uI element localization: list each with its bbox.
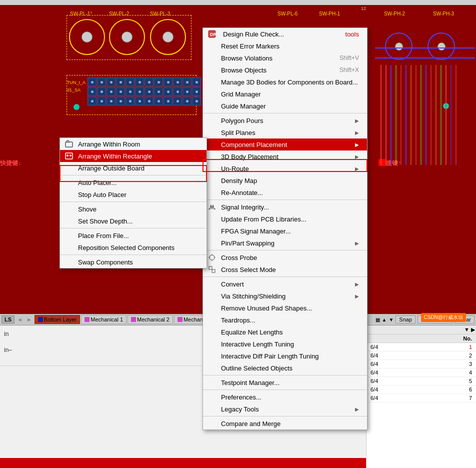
right-table-panel: ▼ ▶ No. 6/4 1 6/4 2 6/4 3 6/4 4 6/4 5 6/… <box>366 326 476 468</box>
yellow-box-1 <box>66 15 192 60</box>
input-label-in: in <box>4 330 8 338</box>
svg-point-18 <box>210 255 214 260</box>
mech2-color <box>131 317 136 322</box>
table-row-3: 6/4 3 <box>366 360 476 368</box>
menu-legacy-tools[interactable]: Legacy Tools ▶ <box>203 403 367 415</box>
menu-testpoint[interactable]: Testpoint Manager... <box>203 376 367 388</box>
submenu-place-from-file[interactable]: Place From File... <box>60 230 206 242</box>
arrange-rect-icon <box>64 151 74 161</box>
divider-4 <box>203 276 367 277</box>
menu-cross-select[interactable]: Cross Select Mode <box>203 264 367 276</box>
divider-2 <box>203 200 367 200</box>
menu-design-rule-check[interactable]: DRC Design Rule Check... tools <box>203 28 367 40</box>
comp-label-8: SW-PH-2 <box>384 11 405 16</box>
menu-manage-3d[interactable]: Manage 3D Bodies for Components on Board… <box>203 76 367 88</box>
comp-label-7: SW-PH-1 <box>319 11 340 16</box>
mini-grid <box>88 78 201 106</box>
svg-rect-27 <box>66 153 72 159</box>
tools-menu: DRC Design Rule Check... tools Reset Err… <box>202 28 368 430</box>
table-row-7: 6/4 7 <box>366 394 476 402</box>
sub-divider-1 <box>60 175 206 176</box>
sw-ph2-circle <box>385 32 412 60</box>
divider-6 <box>203 390 367 390</box>
pcb-traces-right <box>376 65 476 165</box>
d1-label: d1_SA <box>67 88 80 92</box>
sub-divider-2 <box>60 202 206 202</box>
toolbar-icon-2[interactable]: ▲ <box>382 317 387 322</box>
nav-right-icon[interactable]: ► <box>25 316 34 322</box>
crossselect-icon <box>207 264 217 274</box>
menu-unroute[interactable]: Un-Route ▶ <box>203 162 367 174</box>
submenu-swap-components[interactable]: Swap Components <box>60 256 206 268</box>
mech2-tab[interactable]: Mechanical 2 <box>128 315 173 324</box>
svg-rect-25 <box>66 142 72 147</box>
submenu-auto-placer[interactable]: Auto Placer... <box>60 176 206 188</box>
menu-via-stitching[interactable]: Via Stitching/Shielding ▶ <box>203 290 367 302</box>
svg-text:DRC: DRC <box>210 32 216 37</box>
comp-label-9: SW-PH-3 <box>433 11 454 16</box>
submenu-arrange-outside-board[interactable]: Arrange Outside Board <box>60 162 206 174</box>
menu-component-placement[interactable]: Component Placement ▶ <box>203 138 367 150</box>
menu-density-map[interactable]: Density Map <box>203 174 367 186</box>
mech1-label: Mechanical 1 <box>90 316 123 322</box>
submenu-reposition-selected[interactable]: Reposition Selected Components <box>60 242 206 254</box>
submenu-arrange-within-rectangle[interactable]: Arrange Within Rectangle <box>60 150 206 162</box>
nav-left-icon[interactable]: ◄ <box>16 316 24 322</box>
red-bottom-bar <box>0 458 366 468</box>
mech1-tab[interactable]: Mechanical 1 <box>81 315 126 324</box>
svg-point-29 <box>70 154 72 156</box>
table-header-row: No. <box>366 334 476 343</box>
menu-polygon-pours[interactable]: Polygon Pours ▶ <box>203 114 367 126</box>
menu-convert[interactable]: Convert ▶ <box>203 278 367 290</box>
toolbar-icon-1[interactable]: ▦ <box>376 317 380 322</box>
menu-re-annotate[interactable]: Re-Annotate... <box>203 186 367 198</box>
bottom-layer-label: Bottom Layer <box>44 316 76 322</box>
panel-collapse-btn[interactable]: ▼ ▶ <box>366 326 476 334</box>
menu-browse-objects[interactable]: Browse Objects Shift+X <box>203 64 367 76</box>
tun-label: TUN_I_A <box>67 80 86 85</box>
ls-button[interactable]: LS <box>2 316 14 324</box>
svg-rect-26 <box>66 140 69 142</box>
menu-outline-selected[interactable]: Outline Selected Objects <box>203 362 367 374</box>
svg-point-28 <box>66 154 68 156</box>
submenu-stop-auto-placer[interactable]: Stop Auto Placer <box>60 188 206 200</box>
menu-reset-error[interactable]: Reset Error Markers <box>203 40 367 52</box>
submenu-set-shove-depth[interactable]: Set Shove Depth... <box>60 215 206 227</box>
menu-signal-integrity[interactable]: Signal Integrity... <box>203 201 367 213</box>
toolbar-icon-3[interactable]: ▼ <box>388 317 394 322</box>
menu-3d-body-placement[interactable]: 3D Body Placement ▶ <box>203 150 367 162</box>
menu-guide-manager[interactable]: Guide Manager <box>203 100 367 112</box>
menu-split-planes[interactable]: Split Planes ▶ <box>203 126 367 138</box>
divider-1 <box>203 113 367 114</box>
crossprobe-icon <box>207 252 217 262</box>
menu-grid-manager[interactable]: Grid Manager <box>203 88 367 100</box>
menu-pin-part-swap[interactable]: Pin/Part Swapping ▶ <box>203 237 367 249</box>
menu-remove-pad-shapes[interactable]: Remove Unused Pad Shapes... <box>203 302 367 314</box>
sub-divider-3 <box>60 228 206 228</box>
table-row-4: 6/4 4 <box>366 368 476 377</box>
divider-7 <box>203 416 367 416</box>
menu-interactive-diff[interactable]: Interactive Diff Pair Length Tuning <box>203 350 367 362</box>
menu-preferences[interactable]: Preferences... <box>203 391 367 403</box>
blue-line-h1 <box>375 48 475 48</box>
snap-button[interactable]: Snap <box>396 316 416 324</box>
blue-line-h2 <box>375 58 475 58</box>
teal-dot <box>74 104 80 110</box>
arrange-room-icon <box>64 139 74 149</box>
menu-browse-violations[interactable]: Browse Violations Shift+V <box>203 52 367 64</box>
bottom-layer-tab[interactable]: Bottom Layer <box>34 315 80 324</box>
menu-interactive-length[interactable]: Interactive Length Tuning <box>203 338 367 350</box>
scale-label: 12 <box>361 6 366 11</box>
mech2-label: Mechanical 2 <box>137 316 170 322</box>
menu-teardrops[interactable]: Teardrops... <box>203 314 367 326</box>
submenu-shove[interactable]: Shove <box>60 203 206 215</box>
menu-fpga-signal[interactable]: FPGA Signal Manager... <box>203 225 367 237</box>
shortcut-hint-left: 快捷键↓ <box>0 159 21 168</box>
menu-update-pcb-libs[interactable]: Update From PCB Libraries... <box>203 213 367 225</box>
signal-icon <box>207 202 217 212</box>
submenu-arrange-within-room[interactable]: Arrange Within Room <box>60 138 206 150</box>
menu-equalize-net[interactable]: Equalize Net Lengths <box>203 326 367 338</box>
menu-compare-merge[interactable]: Compare and Merge <box>203 418 367 430</box>
mech-underscore-color <box>178 317 182 322</box>
menu-cross-probe[interactable]: Cross Probe <box>203 252 367 264</box>
